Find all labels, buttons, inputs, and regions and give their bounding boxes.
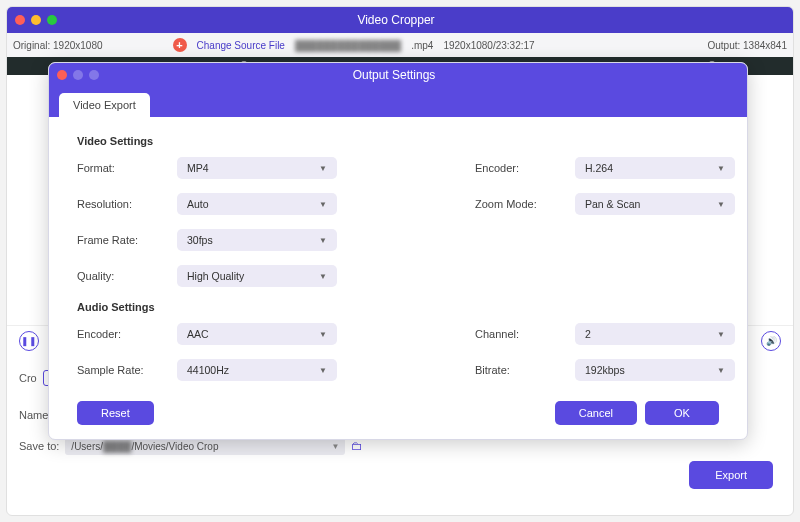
audio-encoder-label: Encoder: [77,328,163,340]
save-path-field[interactable]: /Users/████/Movies/Video Crop ▼ [65,438,345,455]
zoom-mode-dropdown[interactable]: Pan & Scan▼ [575,193,735,215]
minimize-icon[interactable] [31,15,41,25]
chevron-down-icon: ▼ [319,236,327,245]
name-label: Name: [19,409,51,421]
change-source-button[interactable]: Change Source File [197,40,285,51]
export-button[interactable]: Export [689,461,773,489]
dialog-close-icon[interactable] [57,70,67,80]
bitrate-label: Bitrate: [475,364,561,376]
frame-rate-label: Frame Rate: [77,234,163,246]
traffic-lights [15,15,57,25]
chevron-down-icon: ▼ [319,200,327,209]
resolution-dropdown[interactable]: Auto▼ [177,193,337,215]
frame-rate-dropdown[interactable]: 30fps▼ [177,229,337,251]
chevron-down-icon: ▼ [319,330,327,339]
chevron-down-icon: ▼ [319,366,327,375]
dialog-minimize-icon [73,70,83,80]
cancel-button[interactable]: Cancel [555,401,637,425]
pause-icon[interactable]: ❚❚ [19,331,39,351]
save-label: Save to: [19,440,59,452]
original-label: Original: 1920x1080 [13,40,103,51]
plus-icon[interactable]: + [173,38,187,52]
chevron-down-icon: ▼ [331,442,339,451]
close-icon[interactable] [15,15,25,25]
zoom-mode-label: Zoom Mode: [475,198,561,210]
sample-rate-label: Sample Rate: [77,364,163,376]
video-settings-heading: Video Settings [77,135,719,147]
encoder-label: Encoder: [475,162,561,174]
chevron-down-icon: ▼ [717,200,725,209]
resolution-label: Resolution: [77,198,163,210]
source-info: 1920x1080/23:32:17 [443,40,534,51]
quality-label: Quality: [77,270,163,282]
dialog-zoom-icon [89,70,99,80]
crop-label: Cro [19,372,37,384]
info-bar: Original: 1920x1080 + Change Source File… [7,33,793,57]
chevron-down-icon: ▼ [717,366,725,375]
chevron-down-icon: ▼ [319,164,327,173]
reset-button[interactable]: Reset [77,401,154,425]
source-filename: ███████████████ [295,40,401,51]
dialog-traffic-lights [57,70,99,80]
audio-settings-heading: Audio Settings [77,301,719,313]
folder-icon[interactable]: 🗀 [351,439,363,453]
format-dropdown[interactable]: MP4▼ [177,157,337,179]
zoom-icon[interactable] [47,15,57,25]
channel-label: Channel: [475,328,561,340]
dialog-titlebar: Output Settings [49,63,747,87]
volume-icon[interactable]: 🔊 [761,331,781,351]
dialog-title: Output Settings [99,68,689,82]
window-title: Video Cropper [57,13,735,27]
quality-dropdown[interactable]: High Quality▼ [177,265,337,287]
dialog-body: Video Settings Format: MP4▼ Encoder: H.2… [49,117,747,383]
tab-video-export[interactable]: Video Export [59,93,150,117]
chevron-down-icon: ▼ [319,272,327,281]
dialog-footer: Reset Cancel OK [49,383,747,439]
format-label: Format: [77,162,163,174]
chevron-down-icon: ▼ [717,330,725,339]
output-size: Output: 1384x841 [707,40,787,51]
chevron-down-icon: ▼ [717,164,725,173]
channel-dropdown[interactable]: 2▼ [575,323,735,345]
ok-button[interactable]: OK [645,401,719,425]
titlebar: Video Cropper [7,7,793,33]
sample-rate-dropdown[interactable]: 44100Hz▼ [177,359,337,381]
bitrate-dropdown[interactable]: 192kbps▼ [575,359,735,381]
output-settings-dialog: Output Settings Video Export Video Setti… [48,62,748,440]
encoder-dropdown[interactable]: H.264▼ [575,157,735,179]
audio-encoder-dropdown[interactable]: AAC▼ [177,323,337,345]
dialog-tabs: Video Export [49,87,747,117]
